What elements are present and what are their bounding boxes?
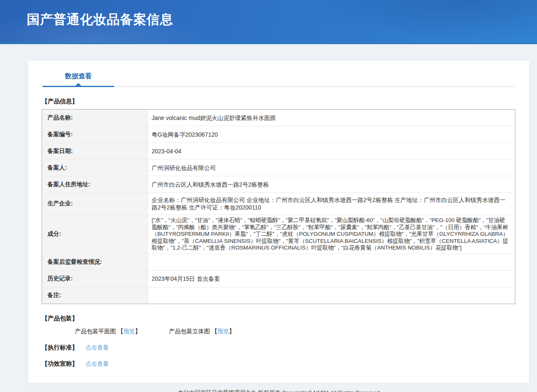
table-row: 备案编号: 粤G妆网备字2023067120 — [42, 126, 515, 143]
section-title-efficacy: 【功效宣称】 — [42, 360, 78, 367]
section-title-packaging: 【产品包装】 — [42, 315, 516, 322]
table-row: 备案日期: 2023-04-04 — [42, 143, 515, 160]
tab-bar: 数据查看 — [42, 60, 516, 87]
table-row: 成分: ["水"，"火山泥"，"甘油"，"液体石蜡"，"鲸蜡硬脂醇"，"聚二甲基… — [42, 215, 515, 254]
packaging-3d-item: 产品包装立体图 【预览】 — [169, 328, 235, 335]
row-label: 备案编号: — [42, 126, 148, 143]
preview-link-flat-text[interactable]: 预览 — [123, 328, 135, 335]
row-value-ingredients: ["水"，"火山泥"，"甘油"，"液体石蜡"，"鲸蜡硬脂醇"，"聚二甲基硅氧烷"… — [148, 215, 515, 254]
row-value: 企业名称：广州润研化妆品有限公司 企业地址：广州市白云区人和镇秀水塘西一路2号2… — [148, 193, 515, 215]
tab-data-view-label: 数据查看 — [65, 72, 92, 80]
footer-text: 本站由国家药品监督管理局主办 版权所有 Copyright © NMPA All… — [178, 390, 380, 392]
bracket-open: 【 — [117, 328, 123, 335]
view-standard-link[interactable]: 点击查看 — [85, 344, 109, 351]
table-row: 生产企业: 企业名称：广州润研化妆品有限公司 企业地址：广州市白云区人和镇秀水塘… — [42, 193, 515, 215]
bracket-open: 【 — [212, 328, 217, 335]
tab-data-view[interactable]: 数据查看 — [42, 72, 114, 86]
packaging-previews: 产品包装平面图 【预览】 产品包装立体图 【预览】 — [42, 328, 516, 335]
packaging-flat-item: 产品包装平面图 【预览】 — [75, 328, 142, 335]
table-row: 备案人住所地址: 广州市白云区人和镇秀水塘西一路2号2栋整栋 — [42, 176, 515, 193]
row-label: 备案后监督检查情况: — [42, 254, 148, 270]
bracket-close: 】 — [229, 328, 235, 335]
row-label: 成分: — [42, 215, 148, 254]
packaging-3d-label: 产品包装立体图 — [169, 328, 212, 335]
page-header: 国产普通化妆品备案信息 — [0, 0, 537, 44]
row-label: 备案日期: — [42, 143, 148, 160]
row-value — [148, 254, 515, 270]
preview-link-flat[interactable]: 【预览】 — [117, 328, 142, 335]
row-label: 历史记录: — [42, 270, 148, 287]
row-label: 备案人: — [42, 160, 148, 176]
section-title-standard: 【执行标准】 — [42, 344, 78, 351]
page-title: 国产普通化妆品备案信息 — [27, 11, 173, 28]
row-value: Jane volcanic mud妍泥火山泥舒缓紧致补水面膜 — [148, 110, 515, 126]
row-value: 广州润研化妆品有限公司 — [148, 160, 515, 176]
bracket-close: 】 — [135, 328, 141, 335]
section-title-product-info: 【产品信息】 — [42, 97, 516, 105]
table-row: 备案人: 广州润研化妆品有限公司 — [42, 160, 515, 176]
standard-line: 【执行标准】 点击查看 — [42, 344, 516, 352]
row-value: 2023年04月15日 首次备案 — [148, 270, 515, 287]
page-footer: 本站由国家药品监督管理局主办 版权所有 Copyright © NMPA All… — [28, 389, 529, 392]
row-label: 产品名称: — [42, 110, 148, 126]
content-card: 数据查看 【产品信息】 产品名称: Jane volcanic mud妍泥火山泥… — [28, 60, 529, 383]
table-row: 备案后监督检查情况: — [42, 254, 515, 270]
row-value: 广州市白云区人和镇秀水塘西一路2号2栋整栋 — [148, 176, 515, 193]
packaging-flat-label: 产品包装平面图 — [75, 328, 116, 335]
row-value: 粤G妆网备字2023067120 — [148, 126, 515, 143]
preview-link-3d[interactable]: 【预览】 — [212, 328, 235, 335]
table-row: 产品名称: Jane volcanic mud妍泥火山泥舒缓紧致补水面膜 — [42, 110, 515, 126]
efficacy-line: 【功效宣称】 点击查看 — [42, 360, 516, 368]
view-efficacy-link[interactable]: 点击查看 — [85, 360, 109, 367]
row-value — [148, 287, 515, 304]
preview-link-3d-text[interactable]: 预览 — [217, 328, 229, 335]
row-value: 2023-04-04 — [148, 143, 515, 160]
row-label: 生产企业: — [42, 193, 148, 215]
row-label: 备案人住所地址: — [42, 176, 148, 193]
table-row: 历史记录: 2023年04月15日 首次备案 — [42, 270, 515, 287]
table-row: 备注: — [42, 287, 515, 304]
row-label: 备注: — [42, 287, 148, 304]
tab-active-pointer-icon — [75, 83, 81, 86]
product-info-table: 产品名称: Jane volcanic mud妍泥火山泥舒缓紧致补水面膜 备案编… — [42, 109, 515, 304]
